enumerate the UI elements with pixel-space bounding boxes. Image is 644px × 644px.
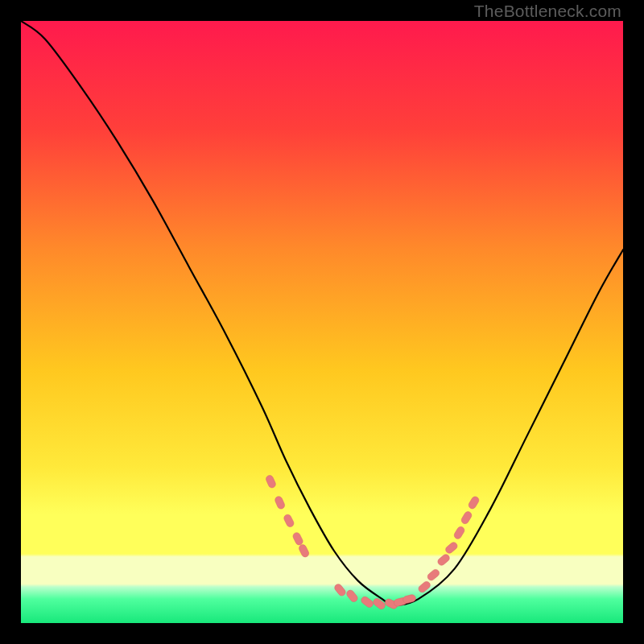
gradient-background <box>21 21 623 623</box>
chart-frame <box>21 21 623 623</box>
bottleneck-chart <box>21 21 623 623</box>
watermark-text: TheBottleneck.com <box>474 2 621 21</box>
